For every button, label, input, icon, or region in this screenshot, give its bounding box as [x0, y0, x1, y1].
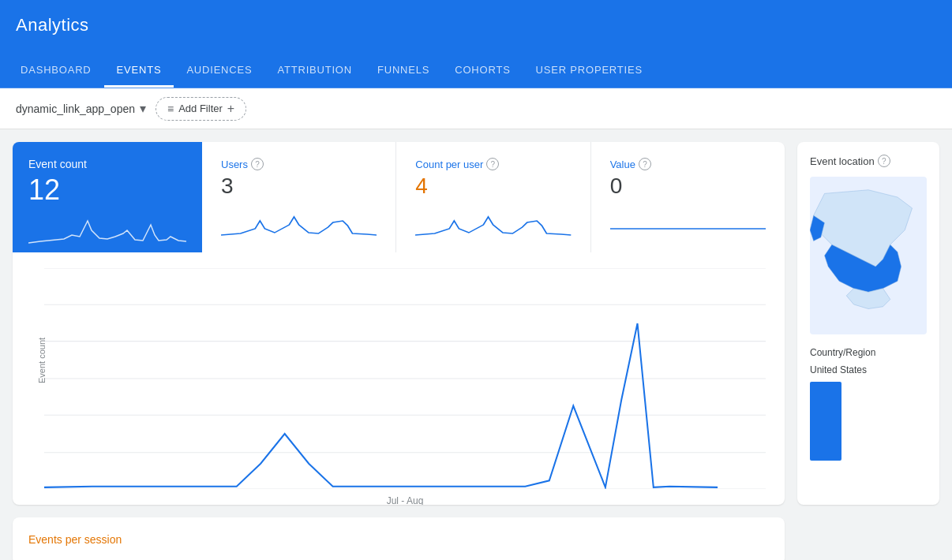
main-content: Event count 12 Users ? 3 — [0, 129, 952, 517]
users-value: 3 — [221, 174, 377, 199]
value-value: 0 — [610, 174, 766, 199]
value-sparkline — [610, 205, 766, 237]
bottom-section: Events per session — [0, 517, 952, 560]
main-chart: 8 6 4 2 0 3 5 7 9 11 13 15 17 1 — [44, 268, 766, 489]
map-visual — [810, 177, 927, 334]
country-bar — [810, 382, 841, 461]
event-location-help-icon[interactable]: ? — [878, 155, 890, 167]
map-svg — [810, 181, 927, 330]
users-card: Users ? 3 — [202, 142, 396, 252]
value-card: Value ? 0 — [591, 142, 785, 252]
nav-item-user-properties[interactable]: USER PROPERTIES — [523, 50, 655, 88]
value-label: Value ? — [610, 158, 766, 170]
event-count-value: 12 — [28, 174, 186, 207]
add-filter-button[interactable]: ≡ Add Filter + — [156, 97, 246, 121]
users-label: Users ? — [221, 158, 377, 170]
chart-y-label: Event count — [37, 338, 47, 383]
top-bar: Analytics — [0, 0, 952, 50]
chart-panel: Event count 12 Users ? 3 — [13, 142, 785, 505]
stats-row: Event count 12 Users ? 3 — [13, 142, 785, 252]
event-dropdown[interactable]: dynamic_link_app_open ▾ — [16, 101, 146, 116]
chart-x-label: Jul - Aug — [44, 495, 766, 505]
events-per-session-title: Events per session — [28, 533, 769, 546]
country-bar-row: United States — [810, 364, 927, 375]
users-sparkline — [221, 205, 377, 237]
plus-icon: + — [227, 102, 234, 116]
event-dropdown-label: dynamic_link_app_open — [16, 103, 135, 115]
event-location-title: Event location ? — [810, 155, 927, 167]
main-chart-area: Event count 8 6 4 2 0 — [13, 252, 785, 505]
nav-item-cohorts[interactable]: COHORTS — [442, 50, 523, 88]
events-per-session-card: Events per session — [13, 517, 785, 560]
country-region-label: Country/Region — [810, 347, 927, 358]
add-filter-label: Add Filter — [178, 103, 223, 114]
users-help-icon[interactable]: ? — [251, 158, 264, 170]
count-per-user-label: Count per user ? — [415, 158, 571, 170]
country-name: United States — [810, 364, 867, 375]
event-count-sparkline — [28, 213, 186, 245]
count-per-user-card: Count per user ? 4 — [396, 142, 590, 252]
nav-item-attribution[interactable]: ATTRIBUTION — [264, 50, 365, 88]
count-per-user-value: 4 — [415, 174, 571, 199]
event-count-label: Event count — [28, 158, 186, 170]
app-title: Analytics — [16, 15, 89, 35]
filter-icon: ≡ — [167, 103, 174, 115]
chevron-down-icon: ▾ — [140, 101, 146, 116]
event-count-card: Event count 12 — [13, 142, 202, 252]
map-panel: Event location ? Country/Region — [797, 142, 939, 505]
nav-item-funnels[interactable]: FUNNELS — [365, 50, 442, 88]
count-per-user-sparkline — [415, 205, 571, 237]
nav-item-dashboard[interactable]: DASHBOARD — [8, 50, 104, 88]
nav-item-audiences[interactable]: AUDIENCES — [174, 50, 264, 88]
filter-bar: dynamic_link_app_open ▾ ≡ Add Filter + — [0, 88, 952, 129]
nav-bar: DASHBOARD EVENTS AUDIENCES ATTRIBUTION F… — [0, 50, 952, 88]
count-per-user-help-icon[interactable]: ? — [486, 158, 499, 170]
nav-item-events[interactable]: EVENTS — [104, 50, 174, 88]
value-help-icon[interactable]: ? — [639, 158, 651, 170]
